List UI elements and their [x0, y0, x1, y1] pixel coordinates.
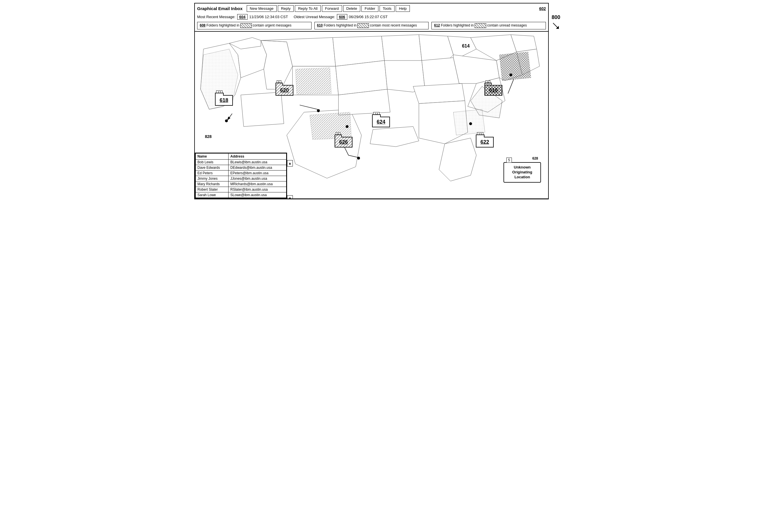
folder-info-urgent: 608 Folders highlighted in contain urgen… [197, 22, 312, 29]
reply-all-button[interactable]: Reply To All [295, 5, 321, 12]
contact-address: EPeters@ibm.austin.usa [229, 170, 287, 176]
most-recent-info: Most Recent Message: 604 11/23/06 12:34:… [197, 14, 288, 20]
contact-row[interactable]: Mary Richards MRichards@ibm.austin.usa [196, 181, 287, 187]
contact-name: Bob Lewis [196, 160, 229, 165]
folder-616[interactable]: 9 616 [484, 85, 502, 96]
contact-address: BLewis@ibm.austin.usa [229, 160, 287, 165]
contact-row[interactable]: Sarah Lowe SLowe@ibm.austin.usa [196, 192, 287, 198]
unread-color-box [475, 23, 486, 28]
svg-point-7 [346, 125, 348, 128]
most-recent-label: Most Recent Message: [197, 15, 235, 19]
folder-622[interactable]: 12 622 [476, 137, 494, 147]
col-name: Name [196, 153, 229, 160]
urgent-color-box [240, 23, 252, 28]
unread-num: 612 [434, 23, 440, 27]
contact-address: DEdwards@ibm.austin.usa [229, 165, 287, 170]
tools-button[interactable]: Tools [379, 5, 395, 12]
contact-address: JJones@ibm.austin.usa [229, 176, 287, 181]
contact-name: Ed Peters [196, 170, 229, 176]
most-recent-badge: 604 [237, 14, 247, 20]
contact-address: SLowe@ibm.austin.usa [229, 192, 287, 198]
folder-624[interactable]: 14 624 [372, 117, 390, 127]
contact-name: Jimmy Jones [196, 176, 229, 181]
new-message-button[interactable]: New Message [247, 5, 277, 12]
unknown-location-text: Unknown Originating Location [512, 165, 532, 179]
address-table: Name Address Bob Lewis BLewis@ibm.austin… [195, 153, 287, 198]
folder-button[interactable]: Folder [361, 5, 378, 12]
folder-618[interactable]: 17 618 [215, 95, 233, 106]
scroll-down-button[interactable]: ▼ [287, 195, 293, 199]
map-area: 614 828 [195, 32, 548, 199]
unknown-ref: 628 [532, 156, 538, 160]
most-recent-datetime: 11/23/06 12:34:03 CST [249, 15, 288, 19]
app-ref: 602 [539, 6, 546, 11]
scroll-up-button[interactable]: ▲ [287, 160, 293, 166]
unknown-location: 5 628 Unknown Originating Location [504, 162, 541, 182]
oldest-unread-datetime: 06/29/06 15:22:07 CST [349, 15, 387, 19]
header: Graphical Email Inbox New Message Reply … [195, 3, 548, 32]
unknown-count: 5 [507, 157, 512, 163]
contact-row[interactable]: Ed Peters EPeters@ibm.austin.usa [196, 170, 287, 176]
folder-626[interactable]: 8 626 [335, 137, 352, 147]
oldest-unread-badge: 606 [337, 14, 347, 20]
contact-row[interactable]: Dave Edwards DEdwards@ibm.austin.usa [196, 165, 287, 170]
delete-button[interactable]: Delete [343, 5, 360, 12]
contact-address: RSlater@ibm.austin.usa [229, 187, 287, 192]
contact-address: MRichards@ibm.austin.usa [229, 181, 287, 187]
folder-info-recent: 610 Folders highlighted in contain most … [314, 22, 429, 29]
arrow-icon [552, 22, 560, 30]
side-ref-800: 800 [552, 14, 560, 20]
forward-button[interactable]: Forward [322, 5, 342, 12]
main-panel: Graphical Email Inbox New Message Reply … [194, 3, 549, 199]
contact-row[interactable]: Bob Lewis BLewis@ibm.austin.usa [196, 160, 287, 165]
contact-name: Sarah Lowe [196, 192, 229, 198]
help-button[interactable]: Help [396, 5, 410, 12]
contact-name: Robert Slater [196, 187, 229, 192]
svg-point-5 [225, 119, 228, 122]
folder-info-unread: 612 Folders highlighted in contain unrea… [431, 22, 546, 29]
contact-name: Dave Edwards [196, 165, 229, 170]
oldest-unread-info: Oldest Unread Message: 606 06/29/06 15:2… [294, 14, 387, 20]
svg-line-13 [300, 105, 320, 110]
contact-name: Mary Richards [196, 181, 229, 187]
urgent-num: 608 [200, 23, 206, 27]
col-address: Address [229, 153, 287, 160]
svg-line-14 [508, 79, 514, 94]
contact-row[interactable]: Robert Slater RSlater@ibm.austin.usa [196, 187, 287, 192]
recent-num: 610 [317, 23, 323, 27]
svg-line-12 [228, 114, 232, 120]
svg-point-9 [469, 122, 472, 125]
svg-text:828: 828 [205, 134, 212, 139]
svg-point-10 [509, 74, 512, 76]
svg-text:614: 614 [462, 43, 470, 48]
oldest-unread-label: Oldest Unread Message: [294, 15, 335, 19]
side-label: 800 [549, 3, 572, 199]
folder-620[interactable]: 5 620 [275, 85, 294, 96]
reply-button[interactable]: Reply [278, 5, 294, 12]
app-title: Graphical Email Inbox [197, 6, 243, 11]
recent-color-box [357, 23, 369, 28]
contact-row[interactable]: Jimmy Jones JJones@ibm.austin.usa [196, 176, 287, 181]
